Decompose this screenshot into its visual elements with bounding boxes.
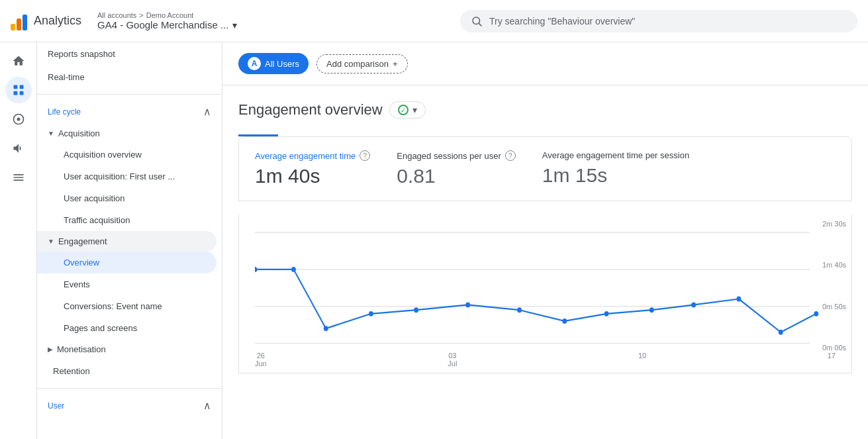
svg-point-13 [291, 267, 296, 272]
sidebar-item-conversions[interactable]: Conversions: Event name [37, 295, 217, 317]
chevron-down-icon: ▾ [232, 20, 237, 30]
metric-avg-engagement-per-session: Average engagement time per session 1m 1… [542, 150, 689, 187]
account-info: All accounts > Demo Account GA4 - Google… [97, 11, 237, 30]
metric-3-label: Average engagement time per session [542, 150, 689, 160]
svg-point-24 [779, 330, 783, 335]
sidebar-item-user-acquisition[interactable]: User acquisition [37, 187, 217, 209]
logo-area: Analytics [11, 12, 81, 30]
y-axis-labels: 2m 30s 1m 40s 0m 50s 0m 00s [822, 220, 846, 352]
status-check-icon: ✓ [398, 105, 409, 115]
logo-bar-2 [17, 19, 21, 30]
sidebar-item-traffic-acquisition[interactable]: Traffic acquisition [37, 209, 217, 231]
svg-point-14 [324, 326, 328, 331]
all-users-avatar: A [248, 57, 261, 70]
sidebar-item-overview[interactable]: Overview [37, 252, 217, 273]
chevron-down-icon-status: ▾ [412, 105, 417, 115]
report-title: Engagement overview [238, 101, 383, 119]
life-cycle-section[interactable]: Life cycle ∧ [37, 100, 222, 123]
svg-point-20 [604, 311, 609, 317]
chart-container: 2m 30s 1m 40s 0m 50s 0m 00s 26 Jun 03 Ju… [238, 215, 852, 373]
y-label-mid-high: 1m 40s [822, 261, 846, 269]
chart-tab-line [238, 134, 278, 136]
x-label-jul10: 10 [638, 352, 646, 367]
x-axis-labels: 26 Jun 03 Jul 10 17 [255, 352, 836, 367]
chevron-up-icon-user: ∧ [203, 399, 211, 412]
logo-bar-1 [11, 24, 15, 30]
search-bar[interactable]: Try searching "Behaviour overview" [460, 10, 857, 32]
home-nav-icon[interactable] [5, 48, 32, 74]
metric-3-value: 1m 15s [542, 164, 689, 187]
x-label-jun26: 26 Jun [255, 352, 267, 367]
metric-engaged-sessions: Engaged sessions per user ? 0.81 [397, 150, 516, 187]
report-content: Engagement overview ✓ ▾ Average engageme… [222, 85, 868, 373]
metric-1-label: Average engagement time ? [255, 150, 370, 161]
sidebar-item-events[interactable]: Events [37, 273, 217, 295]
top-header: Analytics All accounts > Demo Account GA… [0, 0, 868, 42]
configure-nav-icon[interactable] [5, 164, 32, 191]
sidebar-item-real-time[interactable]: Real-time [37, 66, 222, 89]
x-label-jul17: 17 [828, 352, 836, 367]
svg-point-0 [473, 17, 480, 24]
svg-point-16 [414, 307, 418, 313]
svg-point-15 [369, 311, 373, 317]
svg-point-19 [562, 318, 567, 324]
report-title-row: Engagement overview ✓ ▾ [238, 101, 852, 119]
svg-rect-2 [13, 85, 17, 89]
reports-nav-icon[interactable] [5, 77, 32, 103]
sidebar-item-acquisition-overview[interactable]: Acquisition overview [37, 144, 217, 166]
metric-2-label: Engaged sessions per user ? [397, 150, 516, 161]
svg-rect-4 [13, 91, 17, 95]
triangle-down-icon-engagement: ▼ [48, 238, 54, 245]
sidebar-category-monetisation[interactable]: ▶ Monetisation [37, 339, 222, 360]
triangle-down-icon: ▼ [48, 130, 54, 137]
metric-avg-engagement: Average engagement time ? 1m 40s [255, 150, 370, 187]
x-label-jul03: 03 Jul [448, 352, 457, 367]
nav-icons [0, 42, 37, 439]
all-users-pill[interactable]: A All Users [238, 53, 309, 74]
app-title: Analytics [34, 14, 81, 28]
sidebar-item-retention[interactable]: Retention [37, 360, 222, 383]
svg-point-22 [691, 303, 696, 308]
svg-point-18 [517, 307, 522, 313]
svg-rect-3 [19, 85, 23, 89]
metrics-row: Average engagement time ? 1m 40s Engaged… [238, 136, 852, 201]
engagement-chart [255, 225, 836, 373]
svg-point-7 [17, 118, 20, 121]
help-icon-1[interactable]: ? [360, 150, 370, 161]
svg-point-23 [736, 297, 741, 302]
sidebar-item-pages-screens[interactable]: Pages and screens [37, 317, 217, 339]
sidebar: Reports snapshot Real-time Life cycle ∧ … [37, 42, 222, 439]
main-layout: Reports snapshot Real-time Life cycle ∧ … [0, 42, 868, 439]
filter-bar: A All Users Add comparison + [222, 42, 868, 85]
search-placeholder: Try searching "Behaviour overview" [489, 16, 635, 26]
sidebar-divider [37, 94, 222, 95]
svg-line-1 [479, 23, 481, 26]
search-input-wrapper[interactable]: Try searching "Behaviour overview" [460, 10, 857, 32]
sidebar-item-reports-snapshot[interactable]: Reports snapshot [37, 42, 222, 66]
logo-bar-3 [23, 15, 27, 30]
sidebar-divider-2 [37, 388, 222, 389]
svg-rect-5 [19, 91, 23, 95]
chevron-up-icon: ∧ [203, 105, 211, 118]
sidebar-category-acquisition[interactable]: ▼ Acquisition [37, 123, 222, 144]
status-badge[interactable]: ✓ ▾ [389, 101, 426, 119]
sidebar-category-engagement[interactable]: ▼ Engagement [37, 231, 217, 252]
search-icon [471, 15, 483, 27]
explore-nav-icon[interactable] [5, 106, 32, 132]
add-comparison-button[interactable]: Add comparison + [316, 54, 408, 73]
metric-1-value: 1m 40s [255, 165, 370, 187]
svg-point-17 [465, 303, 470, 308]
sidebar-item-user-acquisition-first[interactable]: User acquisition: First user ... [37, 166, 217, 187]
help-icon-2[interactable]: ? [505, 150, 516, 161]
account-selector[interactable]: GA4 - Google Merchandise ... ▾ [97, 19, 237, 30]
triangle-right-icon: ▶ [48, 346, 53, 353]
user-section[interactable]: User ∧ [37, 394, 222, 417]
svg-point-12 [255, 267, 257, 272]
advertising-nav-icon[interactable] [5, 135, 32, 162]
breadcrumb: All accounts > Demo Account [97, 11, 237, 19]
content-area: A All Users Add comparison + Engagement … [222, 42, 868, 439]
svg-point-21 [650, 307, 654, 313]
y-label-mid-low: 0m 50s [822, 303, 846, 311]
svg-point-25 [814, 311, 818, 317]
metric-2-value: 0.81 [397, 165, 516, 187]
